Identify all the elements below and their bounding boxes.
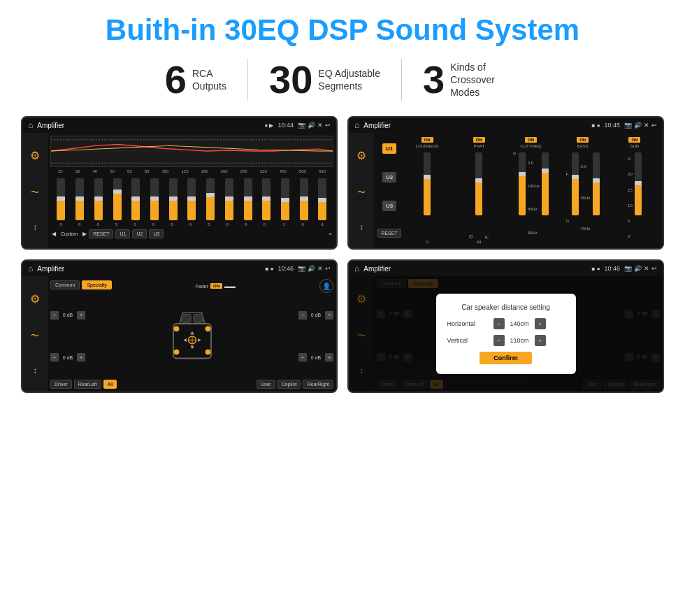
eq-val-9: 0 (226, 222, 229, 227)
eq-next-btn[interactable]: ▶ (82, 231, 87, 237)
crossover-status-bar: ⌂ Amplifier ■ ● 10:45 📷 🔊 ✕ ↩ (349, 117, 663, 133)
dialog-home-icon[interactable]: ⌂ (354, 264, 359, 273)
eq-slider-13[interactable] (300, 178, 308, 220)
eq-slider-4[interactable] (131, 178, 140, 220)
driver-btn[interactable]: Driver (50, 380, 72, 389)
speaker-sidebar: ⚙ 〜 ↕ (22, 276, 48, 392)
eq-freq-labels: 25 32 40 50 63 80 100 125 160 200 250 32… (50, 169, 333, 173)
user-btn[interactable]: User (257, 380, 275, 389)
crossover-sidebar-icon2[interactable]: 〜 (357, 187, 366, 199)
eq-slider-8[interactable] (206, 178, 215, 220)
crossover-back-icon[interactable]: ↩ (651, 122, 657, 129)
fader-on[interactable]: ON (210, 283, 222, 289)
rearright-btn[interactable]: RearRight (303, 380, 333, 389)
eq-sidebar-icon2[interactable]: 〜 (31, 187, 39, 199)
eq-u2-btn[interactable]: U2 (132, 229, 147, 238)
svg-rect-5 (193, 315, 203, 323)
speaker-dots: ■ ● (266, 266, 274, 272)
crossover-u2-btn[interactable]: U2 (382, 172, 396, 182)
horizontal-minus-btn[interactable]: − (493, 318, 505, 329)
db-ctrl-fl: − 0 dB + (50, 311, 85, 320)
eq-slider-14[interactable] (318, 178, 326, 220)
crossover-sidebar-icon3[interactable]: ↕ (359, 222, 363, 232)
confirm-button[interactable]: Confirm (480, 352, 532, 364)
loudness-on[interactable]: ON (421, 137, 433, 143)
rl-minus-btn[interactable]: − (50, 353, 59, 361)
crossover-sliders-area: ON LOUDNESS 0 ON (402, 136, 660, 245)
phat-slider[interactable] (475, 152, 482, 215)
dialog-back-icon[interactable]: ↩ (651, 265, 657, 272)
cutfreq-on[interactable]: ON (525, 137, 537, 143)
phat-val: 64 (477, 240, 482, 244)
cutfreq-slider1[interactable] (519, 152, 526, 215)
eq-slider-6[interactable] (169, 178, 178, 220)
speaker-common-tab[interactable]: Common (50, 280, 80, 289)
eq-u1-btn[interactable]: U1 (115, 229, 130, 238)
eq-sidebar-icon1[interactable]: ⚙ (30, 149, 40, 162)
svg-marker-14 (190, 346, 194, 350)
all-btn[interactable]: All (103, 380, 117, 389)
eq-slider-12[interactable] (281, 178, 289, 220)
eq-screen: ⌂ Amplifier ● ▶ 10:44 📷 🔊 ✕ ↩ ⚙ 〜 ↕ (21, 116, 338, 250)
rr-minus-btn[interactable]: − (298, 353, 307, 361)
eq-back-icon[interactable]: ↩ (325, 122, 331, 129)
crossover-reset-btn[interactable]: RESET (377, 229, 401, 238)
horizontal-plus-btn[interactable]: + (535, 318, 546, 329)
crossover-sidebar-icon1[interactable]: ⚙ (356, 149, 366, 162)
fr-plus-btn[interactable]: + (325, 311, 333, 320)
eq-slider-10[interactable] (244, 178, 252, 220)
speaker-profile-icon[interactable]: 👤 (319, 279, 333, 293)
group-loudness: ON LOUDNESS 0 (403, 137, 451, 244)
crossover-u1-btn[interactable]: U1 (382, 143, 396, 154)
eq-more-icon[interactable]: » (329, 231, 332, 237)
speaker-sidebar-icon1[interactable]: ⚙ (30, 292, 40, 306)
speaker-back-icon[interactable]: ↩ (325, 265, 331, 272)
eq-graph (50, 136, 333, 167)
rr-plus-btn[interactable]: + (325, 353, 333, 361)
stat-crossover-label: Kinds of Crossover Modes (450, 61, 520, 99)
eq-slider-7[interactable] (187, 178, 196, 220)
phat-f: F (484, 151, 489, 238)
speaker-specialty-tab[interactable]: Specialty (82, 280, 111, 289)
cutfreq-slider2[interactable] (542, 152, 549, 215)
eq-slider-9[interactable] (225, 178, 233, 220)
page-title: Buith-in 30EQ DSP Sound System (21, 14, 664, 46)
fader-slider[interactable]: ▬▬ (224, 283, 236, 289)
speaker-sidebar-icon2[interactable]: 〜 (31, 330, 39, 342)
dialog-status-bar: ⌂ Amplifier ■ ● 10:46 📷 🔊 ✕ ↩ (349, 261, 663, 276)
dialog-horizontal-control: − 140cm + (493, 318, 546, 329)
bass-on[interactable]: ON (577, 137, 589, 143)
stat-eq: 30 EQ Adjustable Segments (248, 60, 401, 99)
speaker-sidebar-icon3[interactable]: ↕ (33, 366, 37, 375)
eq-slider-11[interactable] (262, 178, 271, 220)
fr-minus-btn[interactable]: − (298, 311, 307, 320)
vertical-minus-btn[interactable]: − (493, 335, 505, 346)
eq-slider-1[interactable] (75, 178, 84, 220)
eq-sidebar-icon3[interactable]: ↕ (33, 222, 37, 232)
eq-slider-5[interactable] (150, 178, 159, 220)
sub-slider[interactable] (635, 152, 642, 215)
fl-plus-btn[interactable]: + (77, 311, 85, 320)
stat-crossover: 3 Kinds of Crossover Modes (402, 60, 541, 99)
vertical-plus-btn[interactable]: + (535, 335, 546, 346)
eq-slider-3[interactable] (113, 178, 122, 220)
eq-reset-btn[interactable]: RESET (89, 229, 113, 238)
copilot-btn[interactable]: Copilot (277, 380, 301, 389)
stats-row: 6 RCA Outputs 30 EQ Adjustable Segments … (21, 59, 664, 101)
eq-slider-2[interactable] (94, 178, 103, 220)
eq-slider-0[interactable] (57, 178, 65, 220)
phat-on[interactable]: ON (473, 137, 485, 143)
bass-slider2[interactable] (593, 152, 600, 215)
speaker-home-icon[interactable]: ⌂ (28, 264, 33, 273)
sub-on[interactable]: ON (628, 137, 640, 143)
loudness-slider1[interactable] (424, 152, 431, 215)
bass-slider1[interactable] (572, 152, 579, 215)
crossover-u3-btn[interactable]: U3 (382, 201, 396, 211)
fl-minus-btn[interactable]: − (50, 311, 59, 320)
crossover-home-icon[interactable]: ⌂ (354, 120, 359, 130)
rearleft-btn[interactable]: RearLeft (74, 380, 101, 389)
eq-prev-btn[interactable]: ◀ (52, 231, 56, 237)
eq-u3-btn[interactable]: U3 (149, 229, 164, 238)
eq-home-icon[interactable]: ⌂ (28, 120, 33, 130)
rl-plus-btn[interactable]: + (77, 353, 85, 361)
